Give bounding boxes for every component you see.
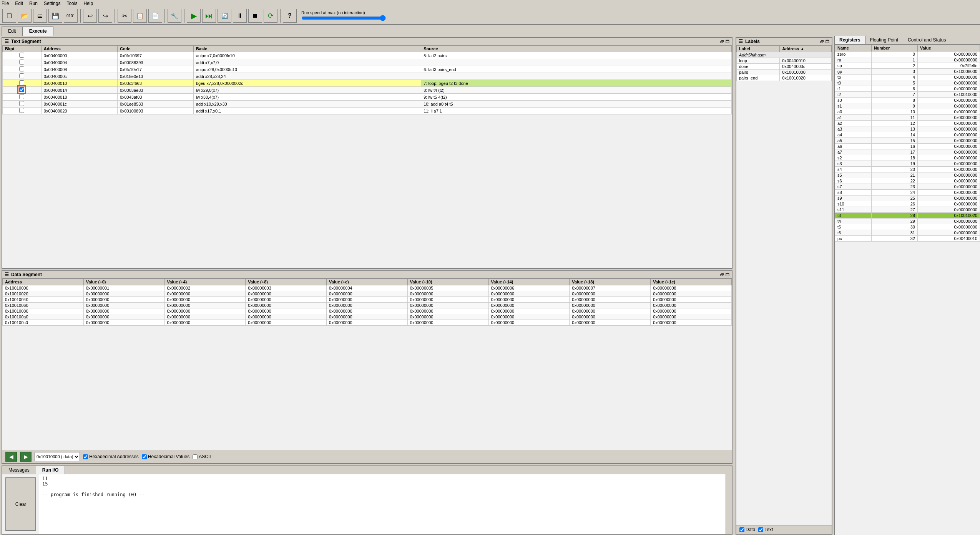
speed-slider[interactable] (301, 15, 386, 21)
run-button[interactable]: ▶ (187, 9, 201, 23)
data-next-button[interactable]: ▶ (20, 452, 32, 462)
reg-name-t1: t1 (835, 86, 872, 92)
hex-addresses-checkbox[interactable] (83, 454, 88, 459)
bkpt-checkbox-8[interactable] (19, 108, 24, 113)
labels-minimize[interactable]: 🗗 (820, 40, 824, 44)
reset-button[interactable]: ⟳ (264, 9, 277, 23)
bkpt-checkbox-6[interactable] (19, 94, 24, 99)
undo-button[interactable]: ↩ (83, 9, 97, 23)
menu-edit[interactable]: Edit (15, 1, 23, 6)
reg-row-s6: s6220x00000000 (835, 178, 980, 184)
reg-col-number: Number (871, 45, 917, 51)
data-row-0: 0x100100000x000000010x000000020x00000003… (3, 285, 732, 291)
tab-registers[interactable]: Registers (835, 36, 865, 44)
register-table-container[interactable]: Name Number Value zero00x00000000ra10x00… (835, 45, 980, 535)
text-segment-minimize[interactable]: 🗗 (720, 40, 724, 44)
reg-val-tp: 0x00000000 (917, 75, 980, 80)
ds-cell-0-1: 0x00000001 (83, 285, 164, 291)
basic-cell-1: addi x7,x7,0 (193, 59, 421, 66)
data-checkbox[interactable] (739, 527, 744, 532)
tab-execute[interactable]: Execute (23, 27, 53, 36)
labels-header: ☰ Labels 🗗 🗖 (736, 38, 832, 45)
menu-run[interactable]: Run (29, 1, 38, 6)
label-row-loop: loop 0x00400010 (737, 58, 832, 64)
open-button[interactable]: 📂 (18, 9, 32, 23)
reg-num-s0: 8 (871, 98, 917, 103)
message-line-4: -- program is finished running (0) -- (42, 492, 723, 497)
ds-cell-3-5: 0x00000000 (407, 303, 488, 308)
ds-cell-6-5: 0x00000000 (407, 320, 488, 326)
data-row-2: 0x100100400x000000000x000000000x00000000… (3, 297, 732, 303)
reg-num-s1: 9 (871, 103, 917, 109)
bkpt-checkbox-1[interactable] (19, 60, 24, 65)
bkpt-checkbox-0[interactable] (19, 53, 24, 58)
menu-settings[interactable]: Settings (44, 1, 60, 6)
registers-panel: Registers Floating Point Control and Sta… (834, 36, 980, 535)
bottom-tabs: Messages Run I/O (2, 466, 732, 474)
tab-messages[interactable]: Messages (2, 466, 36, 474)
save-button[interactable]: 💾 (48, 9, 62, 23)
reg-num-t6: 31 (871, 230, 917, 236)
ds-cell-5-4: 0x00000000 (327, 314, 408, 320)
open-recent-button[interactable]: 🗂 (33, 9, 47, 23)
stop-button[interactable]: ⏹ (248, 9, 262, 23)
data-segment-maximize[interactable]: 🗖 (726, 273, 729, 277)
help-button[interactable]: ? (283, 9, 297, 23)
step-button[interactable]: ⏭ (202, 9, 216, 23)
labels-table-container[interactable]: Label Address ▲ AddrShift.asm loop 0x004… (736, 45, 832, 525)
reg-num-s5: 21 (871, 172, 917, 178)
reg-row-a3: a3130x00000000 (835, 126, 980, 132)
reg-num-s3: 19 (871, 161, 917, 167)
data-segment-table-container[interactable]: Address Value (+0) Value (+4) Value (+8)… (2, 278, 732, 450)
reg-val-s11: 0x00000000 (917, 207, 980, 213)
tab-edit[interactable]: Edit (2, 27, 23, 36)
menu-file[interactable]: File (2, 1, 9, 6)
ascii-checkbox[interactable] (193, 454, 198, 459)
label-row-pairs-end: pairs_end 0x10010020 (737, 75, 832, 81)
text-segment-table-container[interactable]: Bkpt Address Code Basic Source 0x0040000… (2, 45, 732, 268)
paste-button[interactable]: 📄 (148, 9, 162, 23)
text-checkbox[interactable] (758, 527, 763, 532)
ds-cell-3-2: 0x00000000 (164, 303, 246, 308)
tab-control-status[interactable]: Control and Status (903, 36, 951, 44)
backstep-button[interactable]: 🔄 (218, 9, 231, 23)
copy-button[interactable]: 📋 (133, 9, 147, 23)
cut-button[interactable]: ✂ (118, 9, 131, 23)
menu-help[interactable]: Help (83, 1, 93, 6)
new-button[interactable]: ☐ (2, 9, 16, 23)
data-segment-minimize[interactable]: 🗗 (720, 273, 724, 277)
text-segment-maximize[interactable]: 🗖 (726, 40, 729, 44)
hex-values-checkbox[interactable] (142, 454, 147, 459)
reg-val-t4: 0x00000000 (917, 219, 980, 224)
bkpt-checkbox-7[interactable] (19, 101, 24, 106)
assemble-button[interactable]: 0101 (64, 9, 78, 23)
find-button[interactable]: 🔧 (168, 9, 181, 23)
clear-button[interactable]: Clear (5, 477, 36, 531)
labels-maximize[interactable]: 🗖 (826, 40, 829, 44)
bkpt-checkbox-3[interactable] (19, 73, 24, 78)
data-prev-button[interactable]: ◀ (5, 452, 17, 462)
code-cell-0: 0x0fc10397 (117, 52, 193, 59)
bkpt-checkbox-5[interactable] (19, 87, 24, 92)
text-check-label: Text (758, 527, 773, 532)
addr-cell-8: 0x00400020 (41, 108, 117, 114)
reg-num-a1: 11 (871, 115, 917, 121)
pause-button[interactable]: ⏸ (233, 9, 247, 23)
data-addr-select[interactable]: 0x10010000 (.data) (35, 452, 80, 461)
tab-floating-point[interactable]: Floating Point (865, 36, 903, 44)
ds-cell-5-5: 0x00000000 (407, 314, 488, 320)
ds-cell-3-4: 0x00000000 (327, 303, 408, 308)
bkpt-checkbox-2[interactable] (19, 66, 24, 71)
bkpt-checkbox-4[interactable] (19, 80, 24, 85)
redo-button[interactable]: ↪ (98, 9, 112, 23)
ds-cell-1-3: 0x00000000 (246, 291, 327, 297)
message-scrollbar[interactable] (726, 474, 732, 534)
tab-run-io[interactable]: Run I/O (36, 466, 65, 474)
source-cell-7: 10: add a0 t4 t5 (421, 101, 732, 108)
reg-val-ra: 0x00000000 (917, 57, 980, 63)
reg-name-a2: a2 (835, 121, 872, 126)
menu-tools[interactable]: Tools (66, 1, 77, 6)
reg-row-a1: a1110x00000000 (835, 115, 980, 121)
labels-filename: AddrShift.asm (737, 52, 832, 58)
label-addr-loop: 0x00400010 (780, 58, 832, 64)
